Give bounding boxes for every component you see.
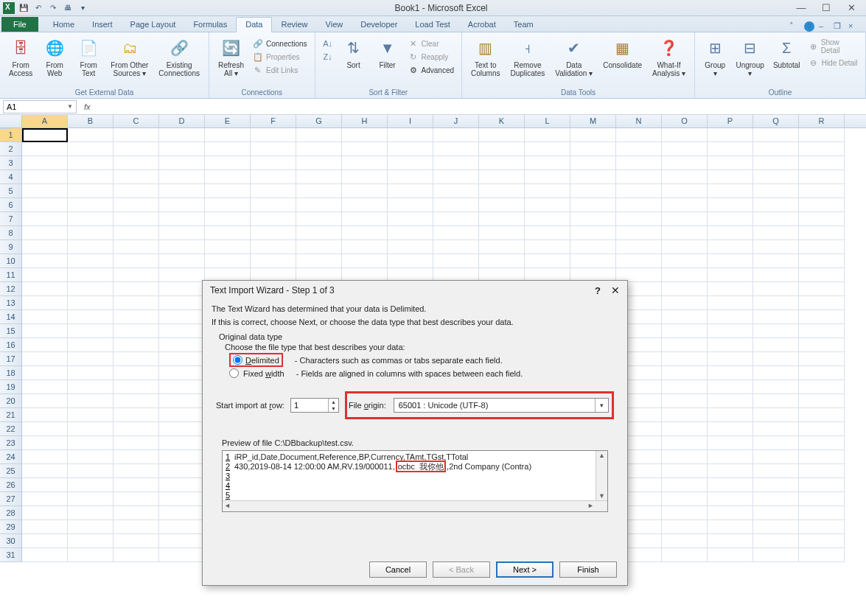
cell[interactable] xyxy=(205,170,251,184)
cell[interactable] xyxy=(753,478,799,492)
cell[interactable] xyxy=(479,240,525,254)
cell[interactable] xyxy=(662,156,708,170)
cell[interactable] xyxy=(708,142,753,156)
cell[interactable] xyxy=(708,394,753,408)
qat-customize-icon[interactable]: ▾ xyxy=(77,2,88,14)
cell[interactable] xyxy=(662,394,708,408)
cell[interactable] xyxy=(662,128,708,142)
cell[interactable] xyxy=(753,436,799,450)
cell[interactable] xyxy=(114,548,159,562)
cell[interactable] xyxy=(799,226,845,240)
spin-up-icon[interactable]: ▲ xyxy=(329,399,338,405)
group-button[interactable]: ⊞Group▾ xyxy=(699,35,730,79)
cell[interactable] xyxy=(68,352,114,366)
row-header[interactable]: 9 xyxy=(0,240,21,254)
cell[interactable] xyxy=(753,226,799,240)
cell[interactable] xyxy=(68,254,114,268)
cell[interactable] xyxy=(68,492,114,506)
cell[interactable] xyxy=(68,534,114,548)
cell[interactable] xyxy=(68,128,114,142)
cell[interactable] xyxy=(570,226,616,240)
cell[interactable] xyxy=(114,380,159,394)
cell[interactable] xyxy=(114,352,159,366)
cell[interactable] xyxy=(753,366,799,380)
cell[interactable] xyxy=(708,198,753,212)
row-header[interactable]: 8 xyxy=(0,226,21,240)
cell[interactable] xyxy=(799,380,845,394)
cell[interactable] xyxy=(616,170,662,184)
column-header[interactable]: M xyxy=(570,115,616,127)
file-tab[interactable]: File xyxy=(1,17,38,32)
row-header[interactable]: 7 xyxy=(0,212,21,226)
cell[interactable] xyxy=(525,142,570,156)
cell[interactable] xyxy=(753,450,799,464)
start-row-spinner[interactable]: ▲▼ xyxy=(290,398,339,413)
cell[interactable] xyxy=(68,394,114,408)
column-header[interactable]: Q xyxy=(753,115,799,127)
row-header[interactable]: 19 xyxy=(0,380,21,394)
cell[interactable] xyxy=(479,226,525,240)
cell[interactable] xyxy=(205,240,251,254)
cell[interactable] xyxy=(22,338,68,352)
tab-team[interactable]: Team xyxy=(505,18,542,32)
cell[interactable] xyxy=(22,226,68,240)
cell[interactable] xyxy=(708,506,753,520)
cell[interactable] xyxy=(708,268,753,282)
cell[interactable] xyxy=(433,254,479,268)
column-header[interactable]: D xyxy=(159,115,205,127)
cell[interactable] xyxy=(616,212,662,226)
cell[interactable] xyxy=(753,254,799,268)
cell[interactable] xyxy=(799,324,845,338)
cell[interactable] xyxy=(159,422,205,436)
cell[interactable] xyxy=(708,436,753,450)
cell[interactable] xyxy=(114,436,159,450)
cell[interactable] xyxy=(159,296,205,310)
cell[interactable] xyxy=(342,128,388,142)
cell[interactable] xyxy=(296,254,342,268)
cell[interactable] xyxy=(22,296,68,310)
column-header[interactable]: L xyxy=(525,115,570,127)
row-header[interactable]: 25 xyxy=(0,464,21,478)
cell[interactable] xyxy=(753,212,799,226)
row-header[interactable]: 21 xyxy=(0,408,21,422)
cell[interactable] xyxy=(159,324,205,338)
cell[interactable] xyxy=(616,184,662,198)
cell[interactable] xyxy=(159,212,205,226)
cell[interactable] xyxy=(68,338,114,352)
cell[interactable] xyxy=(708,254,753,268)
save-icon[interactable]: 💾 xyxy=(18,2,29,14)
cell[interactable] xyxy=(22,212,68,226)
from-text-button[interactable]: 📄FromText xyxy=(72,35,105,79)
finish-button[interactable]: Finish xyxy=(559,561,617,578)
cell[interactable] xyxy=(479,170,525,184)
cell[interactable] xyxy=(525,156,570,170)
text-to-columns-button[interactable]: ▥Text toColumns xyxy=(467,35,504,79)
cell[interactable] xyxy=(708,282,753,296)
edit-links-button[interactable]: ✎Edit Links xyxy=(250,64,310,76)
cell[interactable] xyxy=(479,212,525,226)
cell[interactable] xyxy=(708,310,753,324)
name-box[interactable]: A1 ▼ xyxy=(3,100,77,113)
tab-view[interactable]: View xyxy=(317,18,352,32)
cell[interactable] xyxy=(753,408,799,422)
cell[interactable] xyxy=(159,380,205,394)
cell[interactable] xyxy=(662,338,708,352)
cell[interactable] xyxy=(68,282,114,296)
cell[interactable] xyxy=(114,128,159,142)
cell[interactable] xyxy=(662,478,708,492)
cell[interactable] xyxy=(22,548,68,562)
cell[interactable] xyxy=(114,506,159,520)
cell[interactable] xyxy=(68,212,114,226)
cell[interactable] xyxy=(114,394,159,408)
cell[interactable] xyxy=(708,324,753,338)
cell[interactable] xyxy=(662,352,708,366)
tab-load-test[interactable]: Load Test xyxy=(406,18,459,32)
cell[interactable] xyxy=(22,464,68,478)
cell[interactable] xyxy=(342,254,388,268)
fixed-width-label[interactable]: Fixed width xyxy=(243,369,284,378)
cell[interactable] xyxy=(433,226,479,240)
cell[interactable] xyxy=(205,156,251,170)
cell[interactable] xyxy=(662,492,708,506)
cell[interactable] xyxy=(570,254,616,268)
cell[interactable] xyxy=(114,366,159,380)
